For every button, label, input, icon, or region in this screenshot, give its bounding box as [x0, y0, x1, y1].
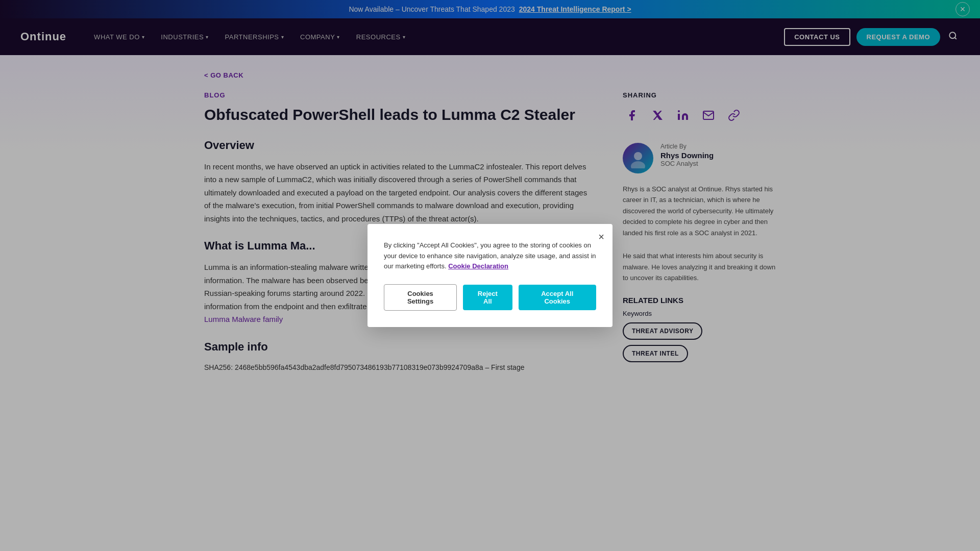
- cookies-settings-button[interactable]: Cookies Settings: [384, 284, 457, 311]
- cookie-close-button[interactable]: ×: [598, 231, 604, 243]
- cookie-overlay: × By clicking "Accept All Cookies", you …: [0, 0, 980, 551]
- cookie-body: By clicking "Accept All Cookies", you ag…: [384, 240, 596, 272]
- reject-all-button[interactable]: Reject All: [463, 285, 512, 310]
- cookie-actions: Cookies Settings Reject All Accept All C…: [384, 284, 596, 311]
- cookie-declaration-link[interactable]: Cookie Declaration: [448, 262, 508, 270]
- accept-all-cookies-button[interactable]: Accept All Cookies: [519, 285, 596, 310]
- cookie-modal: × By clicking "Accept All Cookies", you …: [368, 224, 612, 327]
